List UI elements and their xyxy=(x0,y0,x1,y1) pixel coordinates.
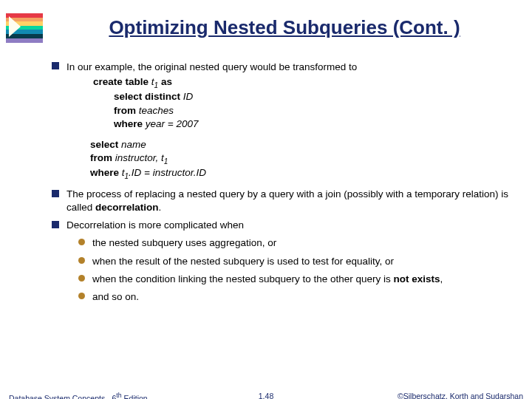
bullet-1-text: In our example, the original nested quer… xyxy=(66,61,357,72)
kw-as: as xyxy=(158,76,172,87)
subbullet-3-text-c: , xyxy=(440,273,443,284)
kw-where: where xyxy=(114,118,146,129)
subscript-1b: 1 xyxy=(164,157,168,166)
slide-body: In our example, the original nested quer… xyxy=(52,61,510,304)
subbullet-1: the nested subquery uses aggregation, or xyxy=(78,236,510,250)
kw-not-exists: not exists xyxy=(394,273,440,284)
code-block-2-line-2: from instructor, t1 xyxy=(90,151,510,166)
cond-year: year = 2007 xyxy=(146,118,199,129)
bullet-2-text-c: . xyxy=(159,202,162,213)
square-bullet-icon xyxy=(52,190,59,197)
footer-left: Database System Concepts - 6th Edition xyxy=(9,392,148,399)
footer-page-number: 1.48 xyxy=(259,392,273,399)
footer-book-title: Database System Concepts - 6 xyxy=(9,394,116,400)
rainbow-sail-logo xyxy=(6,13,43,43)
ident-teaches: teaches xyxy=(139,105,174,116)
subbullet-3-text-a: when the condition linking the nested su… xyxy=(92,273,394,284)
code-block-1-line-1: create table t1 as xyxy=(93,75,510,90)
footer-ordinal: th xyxy=(116,392,121,399)
bullet-1: In our example, the original nested quer… xyxy=(52,61,510,74)
round-bullet-icon xyxy=(78,293,85,299)
square-bullet-icon xyxy=(52,221,59,228)
subbullet-3: when the condition linking the nested su… xyxy=(78,273,510,286)
slide-title: Optimizing Nested Subqueries (Cont. ) xyxy=(52,16,517,39)
term-decorrelation: decorrelation xyxy=(95,202,159,213)
round-bullet-icon xyxy=(78,275,85,282)
bullet-2: The process of replacing a nested query … xyxy=(52,188,510,214)
kw-select-distinct: select distinct xyxy=(114,91,183,102)
code-block-2-line-3: where t1.ID = instructor.ID xyxy=(90,166,510,181)
cond-join: .ID = instructor.ID xyxy=(129,167,206,178)
round-bullet-icon xyxy=(78,239,85,245)
code-block-1-line-2: select distinct ID xyxy=(114,90,510,103)
kw-select: select xyxy=(90,139,121,150)
kw-create-table: create table xyxy=(93,76,151,87)
kw-from-2: from xyxy=(90,152,115,163)
subbullet-2-text: when the result of the nested subquery i… xyxy=(92,255,510,268)
subbullet-2: when the result of the nested subquery i… xyxy=(78,255,510,268)
code-block-1-line-4: where year = 2007 xyxy=(114,117,510,131)
round-bullet-icon xyxy=(78,257,85,264)
footer-edition: Edition xyxy=(122,394,148,400)
bullet-3-text: Decorrelation is more complicated when xyxy=(66,219,244,232)
code-block-2-line-1: select name xyxy=(90,138,510,151)
ident-id: ID xyxy=(183,91,194,102)
subbullet-4: and so on. xyxy=(78,290,510,304)
subbullet-1-text: the nested subquery uses aggregation, or xyxy=(92,236,510,250)
bullet-3: Decorrelation is more complicated when xyxy=(52,219,510,232)
kw-where-2: where xyxy=(90,167,122,178)
ident-instructor-t: instructor, t xyxy=(115,152,164,163)
code-block-1-line-3: from teaches xyxy=(114,104,510,117)
square-bullet-icon xyxy=(52,62,59,69)
subbullet-4-text: and so on. xyxy=(92,290,510,304)
kw-from: from xyxy=(114,105,139,116)
ident-name: name xyxy=(121,139,146,150)
footer-copyright: ©Silberschatz, Korth and Sudarshan xyxy=(398,392,523,399)
